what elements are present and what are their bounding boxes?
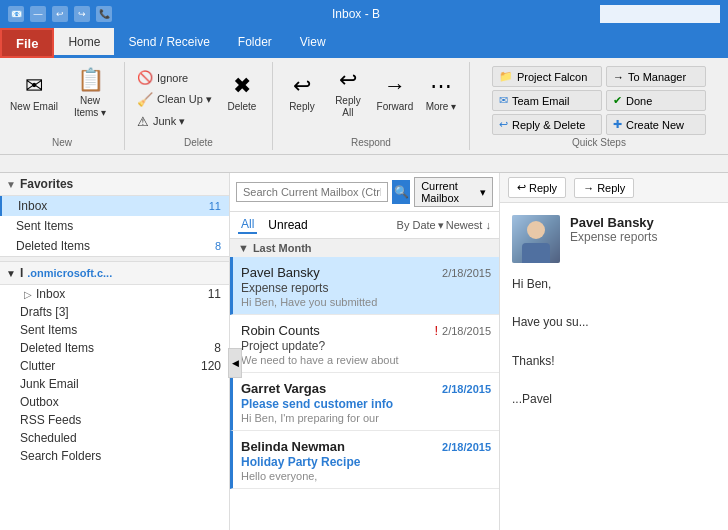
account-arrow: ▼ xyxy=(6,268,16,279)
reply-all-button[interactable]: ↩ ReplyAll xyxy=(327,64,369,122)
new-items-icon: 📋 xyxy=(77,67,104,93)
account-header[interactable]: ▼ I .onmicrosoft.c... xyxy=(0,262,229,285)
respond-group-label: Respond xyxy=(351,135,391,148)
favorites-header[interactable]: ▼ Favorites xyxy=(0,173,229,196)
inbox-expand-arrow: ▷ xyxy=(24,289,32,300)
title-search-input[interactable] xyxy=(600,5,720,23)
sidebar-item-inbox-fav[interactable]: Inbox 11 xyxy=(0,196,229,216)
sidebar-item-clutter[interactable]: Clutter 120 xyxy=(0,357,229,375)
respond-group-content: ↩ Reply ↩ ReplyAll → Forward ⋯ More ▾ xyxy=(281,64,461,135)
sender-3: Belinda Newman xyxy=(241,439,345,454)
team-email-label: Team Email xyxy=(512,95,569,107)
filter-all[interactable]: All xyxy=(238,216,257,234)
new-items-label: NewItems ▾ xyxy=(74,95,106,119)
sidebar-item-deleted-fav[interactable]: Deleted Items 8 xyxy=(0,236,229,256)
cleanup-icon: 🧹 xyxy=(137,92,153,107)
clutter-count: 120 xyxy=(201,359,221,373)
sidebar-item-inbox-account[interactable]: ▷ Inbox 11 xyxy=(0,285,229,303)
reading-toolbar: ↩ Reply → Reply xyxy=(500,173,728,203)
rss-label: RSS Feeds xyxy=(20,413,81,427)
reply-delete-label: Reply & Delete xyxy=(512,119,585,131)
more-button[interactable]: ⋯ More ▾ xyxy=(421,64,461,122)
tab-view[interactable]: View xyxy=(286,28,340,58)
email-item-2[interactable]: Garret Vargas 2/18/2015 Please send cust… xyxy=(230,373,499,431)
body-sign: ...Pavel xyxy=(512,390,716,409)
sidebar-item-sent-fav[interactable]: Sent Items xyxy=(0,216,229,236)
account-prefix: I xyxy=(20,266,23,280)
phone-icon[interactable]: 📞 xyxy=(96,6,112,22)
undo-icon[interactable]: ↩ xyxy=(52,6,68,22)
ignore-label: Ignore xyxy=(157,72,188,84)
qs-reply-delete[interactable]: ↩ Reply & Delete xyxy=(492,114,602,135)
redo-icon[interactable]: ↪ xyxy=(74,6,90,22)
preview-3: Hello everyone, xyxy=(241,470,491,482)
sender-0: Pavel Bansky xyxy=(241,265,320,280)
email-item-1[interactable]: Robin Counts ! 2/18/2015 Project update?… xyxy=(230,315,499,373)
ribbon-labels-row xyxy=(0,155,728,173)
qs-to-manager[interactable]: → To Manager xyxy=(606,66,706,87)
forward-button[interactable]: → Forward xyxy=(373,64,417,122)
reading-reply-button[interactable]: ↩ Reply xyxy=(508,177,566,198)
sidebar-item-outbox[interactable]: Outbox xyxy=(0,393,229,411)
more-label: More ▾ xyxy=(426,101,457,113)
delete-button[interactable]: ✖ Delete xyxy=(220,64,264,122)
reply-button[interactable]: ↩ Reply xyxy=(281,64,323,122)
subject-3: Holiday Party Recipe xyxy=(241,455,491,469)
filter-bar: All Unread By Date ▾ Newest ↓ xyxy=(230,212,499,239)
junk-button[interactable]: ⚠ Junk ▾ xyxy=(133,112,216,131)
cleanup-label: Clean Up ▾ xyxy=(157,93,212,106)
sidebar-item-search-folders[interactable]: Search Folders xyxy=(0,447,229,465)
create-new-label: Create New xyxy=(626,119,684,131)
email-header-2: Garret Vargas 2/18/2015 xyxy=(241,381,491,396)
qs-project-falcon[interactable]: 📁 Project Falcon xyxy=(492,66,602,87)
body-line1 xyxy=(512,294,716,313)
filter-unread[interactable]: Unread xyxy=(265,217,310,233)
cleanup-button[interactable]: 🧹 Clean Up ▾ xyxy=(133,90,216,109)
subject-0: Expense reports xyxy=(241,281,491,295)
qs-done[interactable]: ✔ Done xyxy=(606,90,706,111)
new-email-button[interactable]: ✉ New Email xyxy=(8,64,60,122)
email-group-last-month: ▼ Last Month xyxy=(230,239,499,257)
sidebar-collapse-button[interactable]: ◀ xyxy=(228,348,242,378)
minimize-icon[interactable]: — xyxy=(30,6,46,22)
qs-team-email[interactable]: ✉ Team Email xyxy=(492,90,602,111)
email-item-3[interactable]: Belinda Newman 2/18/2015 Holiday Party R… xyxy=(230,431,499,489)
email-item-0[interactable]: Pavel Bansky 2/18/2015 Expense reports H… xyxy=(230,257,499,315)
email-header-0: Pavel Bansky 2/18/2015 xyxy=(241,265,491,280)
new-items-button[interactable]: 📋 NewItems ▾ xyxy=(64,64,116,122)
title-bar-left: 📧 — ↩ ↪ 📞 xyxy=(8,6,112,22)
reading-reply-icon: ↩ xyxy=(517,181,526,194)
search-button[interactable]: 🔍 xyxy=(392,180,410,204)
tab-home[interactable]: Home xyxy=(54,28,114,58)
new-email-label: New Email xyxy=(10,101,58,113)
junk-label: Junk Email xyxy=(20,377,79,391)
reading-forward-button[interactable]: → Reply xyxy=(574,178,634,198)
avatar-image xyxy=(512,215,560,263)
sidebar-item-rss[interactable]: RSS Feeds xyxy=(0,411,229,429)
sent-account-label: Sent Items xyxy=(20,323,77,337)
avatar-body xyxy=(522,243,550,263)
delete-group-content: 🚫 Ignore 🧹 Clean Up ▾ ⚠ Junk ▾ ✖ Delete xyxy=(133,64,264,135)
email-header-1: Robin Counts ! 2/18/2015 xyxy=(241,323,491,338)
sort-button[interactable]: By Date ▾ Newest ↓ xyxy=(397,219,491,232)
reading-subject: Expense reports xyxy=(570,230,716,244)
sidebar-item-drafts[interactable]: Drafts [3] xyxy=(0,303,229,321)
junk-label: Junk ▾ xyxy=(153,115,185,128)
mailbox-dropdown[interactable]: Current Mailbox ▾ xyxy=(414,177,493,207)
sidebar-item-deleted-account[interactable]: Deleted Items 8 xyxy=(0,339,229,357)
qs-create-new[interactable]: ✚ Create New xyxy=(606,114,706,135)
tab-send-receive[interactable]: Send / Receive xyxy=(114,28,223,58)
deleted-fav-count: 8 xyxy=(215,240,221,252)
ignore-button[interactable]: 🚫 Ignore xyxy=(133,68,216,87)
file-menu-btn[interactable]: File xyxy=(0,28,54,58)
body-line4: Thanks! xyxy=(512,352,716,371)
ribbon-group-respond: ↩ Reply ↩ ReplyAll → Forward ⋯ More ▾ Re… xyxy=(273,62,470,150)
group-label: Last Month xyxy=(253,242,312,254)
sort-chevron-icon: ▾ xyxy=(438,219,444,232)
sidebar-item-junk[interactable]: Junk Email xyxy=(0,375,229,393)
sidebar-item-sent-account[interactable]: Sent Items xyxy=(0,321,229,339)
tab-folder[interactable]: Folder xyxy=(224,28,286,58)
sidebar-item-scheduled[interactable]: Scheduled xyxy=(0,429,229,447)
search-input[interactable] xyxy=(236,182,388,202)
ribbon-group-quicksteps: 📁 Project Falcon → To Manager ✉ Team Ema… xyxy=(470,62,728,150)
